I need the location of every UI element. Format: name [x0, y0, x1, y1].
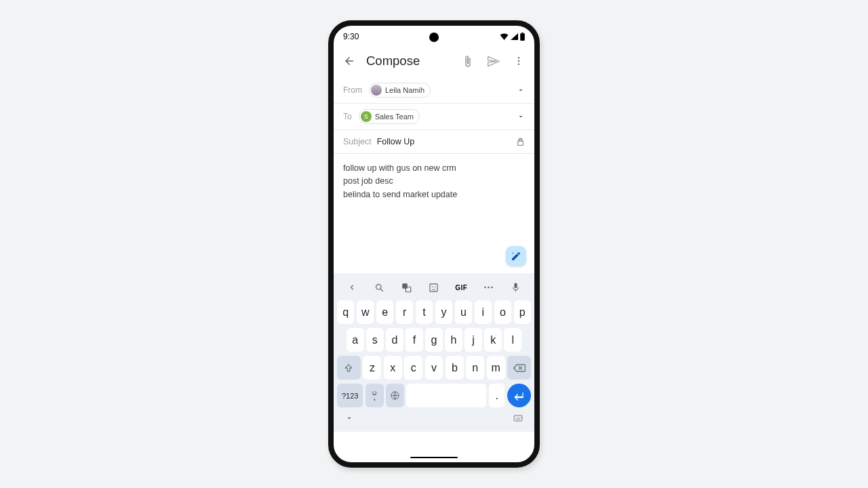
email-body[interactable]: follow up with gus on new crm post job d… [334, 154, 534, 273]
key-w[interactable]: w [357, 300, 374, 324]
svg-point-4 [518, 63, 519, 64]
key-language[interactable] [386, 384, 404, 407]
key-symbols[interactable]: ?123 [337, 384, 363, 407]
kb-translate-button[interactable] [397, 278, 416, 297]
key-enter[interactable] [507, 384, 531, 407]
send-button[interactable] [484, 52, 502, 70]
attach-button[interactable] [458, 52, 476, 70]
svg-point-3 [518, 60, 519, 62]
key-shift[interactable] [337, 356, 361, 380]
svg-rect-16 [514, 415, 522, 421]
svg-point-21 [516, 419, 517, 420]
svg-point-13 [491, 287, 493, 289]
svg-point-9 [432, 286, 433, 287]
svg-point-19 [519, 417, 519, 418]
from-name: Leila Namih [385, 86, 425, 94]
from-row: From Leila Namih [334, 77, 534, 104]
key-space[interactable] [406, 384, 486, 407]
kb-more-button[interactable] [479, 278, 498, 297]
svg-point-12 [488, 287, 490, 289]
lock-icon[interactable] [516, 138, 525, 146]
key-q[interactable]: q [337, 300, 354, 324]
svg-point-11 [484, 287, 486, 289]
key-c[interactable]: c [404, 356, 422, 380]
to-row: To S Sales Team [334, 104, 534, 130]
svg-point-10 [435, 286, 436, 287]
from-chip[interactable]: Leila Namih [369, 83, 431, 98]
key-l[interactable]: l [504, 328, 521, 352]
camera-cutout [429, 33, 439, 42]
key-o[interactable]: o [494, 300, 511, 324]
expand-from-button[interactable] [517, 86, 525, 94]
kb-gif-button[interactable]: GIF [452, 278, 471, 297]
kb-mic-button[interactable] [507, 278, 526, 297]
to-name: Sales Team [375, 113, 414, 121]
avatar [371, 85, 382, 96]
subject-row: Subject Follow Up [334, 130, 534, 154]
key-i[interactable]: i [475, 300, 492, 324]
svg-point-2 [518, 57, 519, 58]
home-indicator[interactable] [410, 457, 458, 459]
key-y[interactable]: y [435, 300, 452, 324]
collapse-keyboard-button[interactable] [345, 414, 353, 422]
key-g[interactable]: g [425, 328, 443, 352]
to-chip[interactable]: S Sales Team [359, 109, 420, 124]
more-button[interactable] [510, 52, 528, 70]
key-k[interactable]: k [484, 328, 502, 352]
svg-rect-8 [430, 283, 437, 291]
nav-bar [337, 407, 531, 429]
wifi-icon [500, 33, 509, 40]
key-p[interactable]: p [514, 300, 531, 324]
expand-to-button[interactable] [517, 113, 525, 121]
to-label: To [343, 112, 352, 121]
avatar: S [361, 111, 372, 122]
key-x[interactable]: x [384, 356, 402, 380]
app-title: Compose [366, 54, 450, 68]
status-icons [500, 33, 525, 41]
key-u[interactable]: u [455, 300, 472, 324]
battery-icon [520, 33, 525, 41]
key-t[interactable]: t [416, 300, 433, 324]
key-d[interactable]: d [386, 328, 403, 352]
svg-point-18 [517, 417, 518, 418]
key-backspace[interactable] [507, 356, 531, 380]
ai-write-button[interactable] [506, 246, 526, 266]
from-label: From [343, 85, 362, 95]
keyboard-toolbar: GIF [337, 276, 531, 299]
key-m[interactable]: m [487, 356, 505, 380]
subject-value[interactable]: Follow Up [377, 137, 415, 146]
svg-rect-1 [521, 33, 524, 33]
phone-frame: 9:30 Compose From Leila Namih [328, 20, 540, 468]
keyboard: GIF q w e r t y u i o p a s d f g [334, 273, 534, 432]
svg-point-5 [376, 284, 381, 289]
key-v[interactable]: v [425, 356, 443, 380]
svg-point-17 [516, 417, 517, 418]
key-n[interactable]: n [466, 356, 484, 380]
kb-search-button[interactable] [370, 278, 389, 297]
body-text: follow up with gus on new crm post job d… [343, 162, 525, 201]
kb-sticker-button[interactable] [425, 278, 443, 297]
keyboard-rows: q w e r t y u i o p a s d f g h j k l [337, 300, 531, 407]
svg-rect-0 [520, 33, 525, 41]
key-z[interactable]: z [363, 356, 381, 380]
kb-row-2: a s d f g h j k l [337, 328, 531, 352]
key-h[interactable]: h [445, 328, 462, 352]
key-period[interactable]: . [489, 384, 505, 407]
kb-row-3: z x c v b n m [337, 356, 531, 380]
signal-icon [511, 33, 518, 40]
key-emoji[interactable]: ☺, [366, 384, 384, 407]
kb-row-1: q w e r t y u i o p [337, 300, 531, 324]
svg-rect-6 [402, 283, 408, 289]
clock: 9:30 [343, 32, 359, 41]
key-f[interactable]: f [406, 328, 423, 352]
svg-rect-14 [515, 283, 517, 289]
key-b[interactable]: b [446, 356, 464, 380]
kb-back-button[interactable] [342, 278, 361, 297]
key-e[interactable]: e [376, 300, 393, 324]
key-s[interactable]: s [366, 328, 384, 352]
key-r[interactable]: r [396, 300, 413, 324]
back-button[interactable] [340, 52, 358, 70]
key-j[interactable]: j [465, 328, 482, 352]
key-a[interactable]: a [347, 328, 364, 352]
keyboard-settings-button[interactable] [513, 414, 523, 422]
